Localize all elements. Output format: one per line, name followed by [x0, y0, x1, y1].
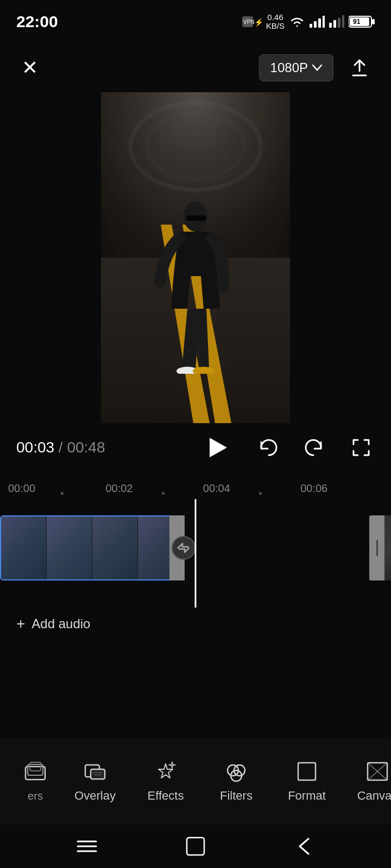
playhead: [195, 499, 197, 608]
svg-rect-12: [372, 19, 375, 24]
format-icon: [295, 760, 319, 783]
ruler-dot-3: [259, 492, 262, 495]
ruler-mark-3: 00:06: [300, 482, 327, 495]
svg-rect-10: [342, 15, 344, 28]
status-bar: 22:00 VPN ⚡ 0.46KB/S: [0, 0, 391, 43]
undo-button[interactable]: [254, 434, 281, 461]
split-handle-line-2: [376, 540, 378, 556]
spacer: [0, 640, 391, 749]
ruler-mark-0: 00:00: [8, 482, 35, 495]
effects-label: Effects: [148, 789, 184, 803]
video-preview-container: [0, 92, 391, 423]
clip-segment-1[interactable]: [0, 515, 185, 580]
filters-label: Filters: [220, 789, 253, 803]
svg-rect-7: [329, 23, 332, 28]
filters-icon: [224, 760, 248, 783]
close-icon: ✕: [22, 58, 38, 78]
toolbar-item-filters[interactable]: Filters: [201, 743, 272, 819]
top-right-controls: 1080P: [259, 53, 375, 83]
current-time: 00:03: [16, 439, 54, 456]
toolbar-item-format[interactable]: Format: [272, 743, 342, 819]
svg-rect-49: [187, 838, 204, 855]
ruler-dot-1: [61, 492, 64, 495]
toolbar-item-layers[interactable]: ers: [11, 743, 60, 819]
system-nav-bar: [0, 825, 391, 868]
timecode-display: 00:03 / 00:48: [16, 439, 105, 456]
svg-text:VPN: VPN: [243, 19, 255, 25]
playback-controls: 00:03 / 00:48: [0, 423, 391, 472]
video-content: [101, 92, 290, 423]
nav-menu-icon: [77, 838, 97, 854]
redo-button[interactable]: [301, 434, 328, 461]
svg-text:⚡: ⚡: [254, 18, 262, 27]
svg-rect-4: [314, 21, 317, 28]
clip-split-2[interactable]: [369, 515, 384, 580]
nav-home-button[interactable]: [180, 831, 211, 861]
status-time: 22:00: [16, 12, 58, 31]
svg-rect-36: [298, 763, 316, 780]
overlay-label: Overlay: [74, 789, 116, 803]
svg-rect-3: [310, 24, 312, 28]
timeline-ruler: 00:00 00:02 00:04 00:06: [0, 472, 391, 499]
clip-thumb-3: [92, 516, 138, 579]
nav-back-button[interactable]: [289, 831, 319, 861]
clip-segment-2[interactable]: +: [369, 515, 391, 580]
add-audio-plus-icon: +: [16, 615, 25, 633]
transition-indicator[interactable]: [172, 536, 195, 560]
toolbar-item-overlay[interactable]: Overlay: [60, 743, 130, 819]
clip-thumb-2: [47, 516, 92, 579]
add-audio-row: + Add audio: [0, 608, 391, 640]
ruler-marks: 00:00 00:02 00:04 00:06: [8, 472, 383, 499]
svg-rect-30: [91, 769, 105, 779]
redo-icon: [304, 437, 325, 458]
resolution-selector[interactable]: 1080P: [259, 54, 333, 81]
toolbar-item-effects[interactable]: Effects: [130, 743, 201, 819]
format-label: Format: [288, 789, 326, 803]
clip-thumbnails-1: [0, 515, 185, 580]
fullscreen-icon: [350, 437, 372, 458]
timeline-area: +: [0, 499, 391, 608]
overlay-icon: [83, 760, 107, 783]
svg-rect-6: [323, 16, 325, 28]
video-frame[interactable]: [101, 92, 290, 423]
svg-text:91: 91: [353, 18, 361, 25]
person-silhouette: [152, 200, 239, 374]
canvas-icon: [365, 760, 389, 783]
ruler-mark-2: 00:04: [203, 482, 230, 495]
clip-thumb-1: [1, 516, 47, 579]
undo-icon: [257, 437, 279, 458]
nav-home-icon: [186, 837, 205, 856]
add-audio-label: Add audio: [31, 616, 90, 631]
export-icon: [348, 56, 371, 80]
chevron-down-icon: [312, 65, 322, 71]
canvas-label: Canvas: [357, 789, 391, 803]
cell-icon: [329, 15, 344, 28]
play-button[interactable]: [202, 431, 235, 464]
svg-rect-26: [26, 767, 45, 780]
close-button[interactable]: ✕: [16, 54, 43, 81]
layers-label: ers: [28, 789, 43, 802]
wifi-icon: [289, 15, 305, 28]
resolution-label: 1080P: [270, 60, 308, 75]
nav-back-icon: [297, 837, 312, 856]
nav-menu-button[interactable]: [72, 831, 102, 861]
add-audio-button[interactable]: + Add audio: [16, 615, 90, 633]
fullscreen-button[interactable]: [348, 434, 375, 461]
layers-icon: [23, 760, 47, 784]
export-button[interactable]: [344, 53, 375, 83]
vpn-icon: VPN ⚡: [242, 14, 262, 29]
toolbar-item-canvas[interactable]: Canvas: [342, 743, 391, 819]
svg-rect-9: [338, 18, 340, 28]
signal-icon: [310, 15, 325, 28]
svg-rect-23: [186, 215, 206, 221]
svg-point-25: [193, 367, 215, 374]
status-icons: VPN ⚡ 0.46KB/S 91: [242, 13, 375, 31]
play-icon: [210, 438, 227, 457]
top-bar: ✕ 1080P: [0, 43, 391, 92]
transition-icon: [176, 540, 191, 556]
effects-icon: [154, 760, 178, 783]
timecode-divider: /: [59, 439, 67, 456]
battery-icon: 91: [349, 15, 375, 29]
speed-indicator: 0.46KB/S: [266, 13, 285, 31]
playback-buttons: [202, 431, 375, 464]
